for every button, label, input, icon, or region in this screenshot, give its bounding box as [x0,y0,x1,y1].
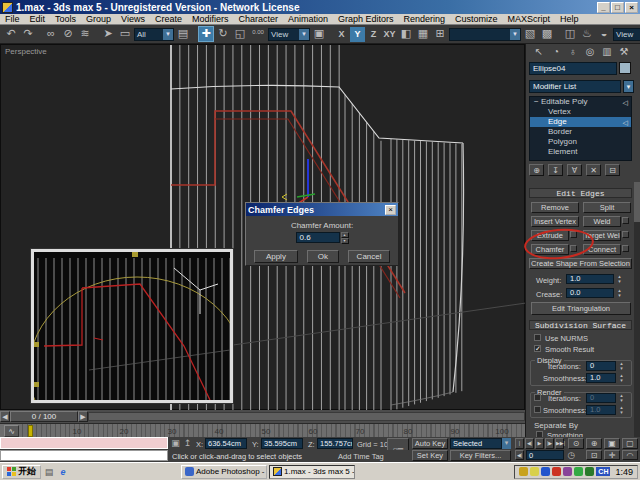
render-iterations-field[interactable]: 0 [586,393,616,403]
select-link-button[interactable]: ∞ [43,26,59,42]
menu-create[interactable]: Create [150,14,187,24]
zoom-extents-button[interactable]: ▣ [604,438,620,449]
show-end-result-button[interactable]: ↧ [548,164,563,176]
menu-animation[interactable]: Animation [283,14,333,24]
arc-rotate-button[interactable]: ◠ [622,450,638,460]
utilities-tab-icon[interactable]: ⚒ [617,45,631,58]
display-iterations-spinner[interactable]: ▴▾ [618,361,625,371]
next-frame-button[interactable]: |▶ [545,438,554,449]
schematic-view-button[interactable]: ▩ [539,26,555,42]
key-filters-button[interactable]: Key Filters... [450,450,511,461]
select-and-scale-button[interactable]: ◱ [232,26,248,42]
use-center-button[interactable]: ▣ [311,26,327,42]
dropdown-arrow-icon[interactable]: ▼ [502,438,511,449]
render-iterations-checkbox[interactable] [534,394,541,401]
axis-z-button[interactable]: Z [366,27,381,42]
menu-tools[interactable]: Tools [50,14,81,24]
use-nurms-checkbox[interactable] [534,334,541,341]
display-tab-icon[interactable]: ▥ [600,45,614,58]
menu-rendering[interactable]: Rendering [399,14,451,24]
panel-scrollbar[interactable] [634,182,640,437]
snap-percent-button[interactable]: 0.00 [249,27,267,42]
select-object-button[interactable]: ➤ [100,26,116,42]
menu-views[interactable]: Views [116,14,150,24]
mini-curve-editor-button[interactable]: ∿ [4,425,19,437]
go-to-end-button[interactable]: ▶▶| [555,438,564,449]
collapse-icon[interactable]: − [534,97,539,106]
selection-filter-dropdown[interactable]: All ▼ [134,28,174,41]
task-3dsmax[interactable]: 1.max - 3ds max 5 - Unre... [269,465,355,479]
track-bar-ruler[interactable]: 10 20 30 40 50 60 70 80 90 100 [22,424,523,438]
menu-group[interactable]: Group [81,14,116,24]
render-iterations-spinner[interactable]: ▴▾ [618,393,625,403]
maximize-button[interactable]: □ [611,2,624,13]
menu-character[interactable]: Character [233,14,283,24]
stack-item-element[interactable]: Element [530,147,631,157]
bind-spacewarp-button[interactable]: ≋ [77,26,93,42]
align-button[interactable]: ⊞ [432,26,448,42]
subdivision-surface-rollout-header[interactable]: Subdivision Surface [529,320,632,330]
split-button[interactable]: Split [583,202,631,213]
ok-button[interactable]: Ok [307,250,339,263]
weight-field[interactable]: 1.0 [566,274,614,284]
dropdown-arrow-icon[interactable]: ▼ [623,80,634,93]
minimize-button[interactable]: _ [597,2,610,13]
axis-y-button[interactable]: Y [350,27,365,42]
dropdown-arrow-icon[interactable]: ▼ [510,29,520,40]
menu-help[interactable]: Help [555,14,584,24]
stack-item-editable-poly[interactable]: − Editable Poly ◁ [530,97,631,107]
dialog-close-button[interactable]: × [385,205,396,215]
hierarchy-tab-icon[interactable]: ♁ [566,45,580,58]
curve-editor-button[interactable]: ▧ [522,26,538,42]
menu-customize[interactable]: Customize [450,14,503,24]
zoom-extents-all-button[interactable]: ▢ [622,438,638,449]
weld-button[interactable]: Weld [583,216,621,227]
add-time-tag[interactable]: Add Time Tag [338,452,384,461]
pin-stack-button[interactable]: ⊕ [529,164,544,176]
render-type-dropdown[interactable]: View [613,28,640,41]
chamfer-amount-spinner[interactable]: ▴ ▾ [341,232,349,244]
set-key-button[interactable]: Set Key [412,450,448,461]
zoom-all-button[interactable]: ⊕ [586,438,602,449]
create-tab-icon[interactable]: ↖ [532,45,546,58]
render-smoothness-field[interactable]: 1.0 [586,405,616,415]
quick-render-button[interactable]: ◒ [596,26,612,42]
zoom-region-button[interactable]: ⊡ [586,450,602,460]
stack-item-edge[interactable]: Edge ◁ [530,117,631,127]
time-slider-track[interactable] [88,412,525,421]
select-by-name-button[interactable]: ▤ [175,26,191,42]
remove-button[interactable]: Remove [531,202,579,213]
display-iterations-field[interactable]: 0 [586,361,616,371]
menu-maxscript[interactable]: MAXScript [503,14,556,24]
tray-app2-icon[interactable] [563,467,572,476]
menu-file[interactable]: File [0,14,25,24]
edit-triangulation-button[interactable]: Edit Triangulation [531,302,631,315]
current-frame-marker[interactable] [28,425,33,437]
tray-volume-icon[interactable] [519,467,528,476]
coord-z-field[interactable]: 155.757cm [317,438,353,449]
crease-field[interactable]: 0.0 [566,288,614,298]
tray-messenger-icon[interactable] [541,467,550,476]
modifier-list-dropdown[interactable]: Modifier List [529,80,621,93]
motion-tab-icon[interactable]: ◎ [583,45,597,58]
absolute-offset-mode-icon[interactable]: ↥ [182,438,193,449]
lock-selection-icon[interactable]: ▣ [170,438,181,449]
create-shape-button[interactable]: Create Shape From Selection [529,258,632,269]
redo-button[interactable]: ↷ [20,26,36,42]
maxscript-listener-script-line[interactable] [0,450,168,461]
select-and-rotate-button[interactable]: ↻ [215,26,231,42]
object-color-swatch[interactable] [619,62,631,74]
frame-back-arrow[interactable]: ◀ [0,411,10,422]
tray-upload-icon[interactable] [574,467,583,476]
previous-frame-button[interactable]: ◀| [525,438,534,449]
auto-key-button[interactable]: Auto Key [412,438,448,449]
menu-modifiers[interactable]: Modifiers [187,14,234,24]
array-button[interactable]: ▦ [415,26,431,42]
selection-region-button[interactable]: ▭ [117,26,133,42]
frame-forward-arrow[interactable]: ▶ [78,411,88,422]
object-name-field[interactable]: Ellipse04 [529,62,617,75]
cancel-button[interactable]: Cancel [348,250,390,263]
coord-x-field[interactable]: 636.54cm [205,438,247,449]
modify-tab-icon[interactable]: ◔ [549,45,563,58]
named-selection-sets-dropdown[interactable]: ▼ [449,28,521,41]
